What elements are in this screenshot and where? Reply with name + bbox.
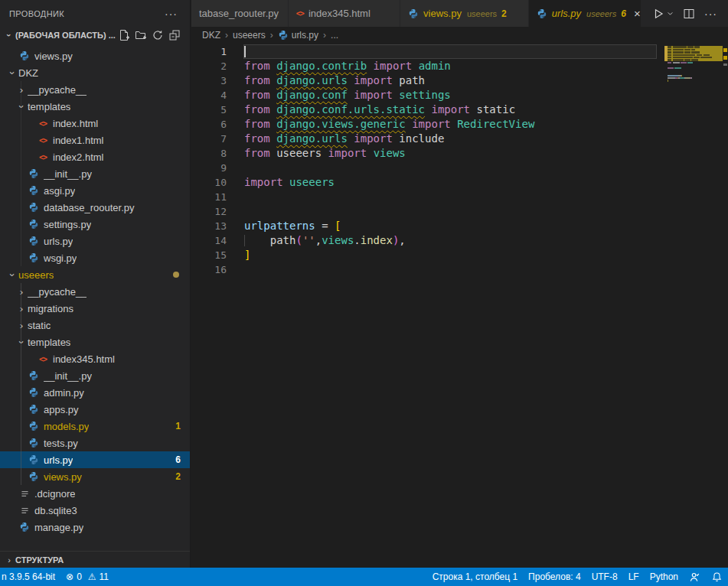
explorer-more-actions-icon[interactable]: ··· — [162, 8, 181, 20]
encoding-status[interactable]: UTF-8 — [586, 571, 623, 582]
tree-item--init-py[interactable]: ›__init__.py — [0, 367, 190, 384]
tree-item-dkz[interactable]: ›DKZ — [0, 64, 190, 81]
vscode-window: ПРОВОДНИК ··· › (РАБОЧАЯ ОБЛАСТЬ) ... ›v… — [0, 0, 728, 586]
code-line-8[interactable]: 8from useeers import views — [191, 146, 664, 161]
tree-item-index2-html[interactable]: ›<>index2.html — [0, 148, 190, 165]
tree-item--pycache-[interactable]: ›__pycache__ — [0, 283, 190, 300]
feedback-icon[interactable] — [684, 571, 706, 583]
tree-item-index1-html[interactable]: ›<>index1.html — [0, 132, 190, 148]
code-line-5[interactable]: 5from django.conf.urls.static import sta… — [191, 103, 664, 117]
code-line-12[interactable]: 12 — [191, 204, 664, 219]
new-folder-icon[interactable] — [135, 29, 147, 41]
overview-ruler[interactable] — [723, 44, 728, 568]
code-line-13[interactable]: 13urlpatterns = [ — [191, 219, 664, 233]
tab-label: urls.py — [552, 8, 581, 19]
split-editor-button[interactable] — [683, 8, 695, 20]
tree-item-admin-py[interactable]: ›admin.py — [0, 384, 190, 401]
tree-item-urls-py[interactable]: ›urls.py — [0, 233, 190, 249]
code-line-14[interactable]: 14 path('',views.index), — [191, 233, 664, 248]
tree-item-label: urls.py — [44, 236, 73, 247]
file-icon — [20, 489, 30, 499]
tree-item-templates[interactable]: ›templates — [0, 98, 190, 115]
tree-item-label: db.sqlite3 — [34, 505, 77, 516]
tree-item-models-py[interactable]: ›models.py1 — [0, 418, 190, 435]
code-line-10[interactable]: 10import useeers — [191, 175, 664, 190]
python-icon — [28, 471, 39, 482]
eol-status[interactable]: LF — [623, 571, 645, 582]
tree-item--dcignore[interactable]: ›.dcignore — [0, 485, 190, 502]
chevron-down-icon: › — [7, 67, 18, 79]
tree-item-tests-py[interactable]: ›tests.py — [0, 435, 190, 451]
tree-item-database-roouter-py[interactable]: ›database_roouter.py — [0, 199, 190, 216]
minimap[interactable] — [664, 44, 723, 568]
tree-item-asgi-py[interactable]: ›asgi.py — [0, 182, 190, 199]
tree-item-urls-py[interactable]: ›urls.py6 — [0, 451, 190, 468]
breadcrumb-item[interactable]: useeers — [233, 30, 266, 41]
python-icon — [28, 236, 39, 246]
tab-tabase-roouter-py[interactable]: tabase_roouter.py — [191, 0, 289, 27]
code-line-1[interactable]: 1 — [191, 44, 664, 59]
workspace-section-header[interactable]: › (РАБОЧАЯ ОБЛАСТЬ) ... — [0, 27, 190, 44]
breadcrumb-separator: › — [225, 30, 228, 41]
tab-problem-count: 6 — [621, 8, 626, 19]
tab-label: views.py — [423, 8, 462, 19]
tree-item-apps-py[interactable]: ›apps.py — [0, 401, 190, 418]
code-line-7[interactable]: 7from django.urls import include — [191, 132, 664, 146]
tree-item-db-sqlite3[interactable]: ›db.sqlite3 — [0, 502, 190, 519]
tab-description: useeers — [467, 9, 497, 18]
code-line-2[interactable]: 2from django.contrib import admin — [191, 59, 664, 73]
line-number: 8 — [191, 146, 227, 161]
notifications-bell-icon[interactable] — [706, 571, 728, 583]
editor-more-actions-icon[interactable]: ··· — [704, 8, 717, 20]
code-line-15[interactable]: 15] — [191, 248, 664, 262]
editor-group: tabase_roouter.py<>index345.htmlviews.py… — [191, 0, 728, 568]
run-python-file-button[interactable] — [652, 8, 674, 20]
problems-status[interactable]: ⊗ 0 ⚠ 11 — [60, 571, 114, 582]
tree-item-static[interactable]: ›static — [0, 317, 190, 334]
breadcrumb-item[interactable]: urls.py — [278, 30, 318, 41]
code-line-6[interactable]: 6from django.views.generic import Redire… — [191, 117, 664, 132]
tree-item-migrations[interactable]: ›migrations — [0, 300, 190, 317]
line-number: 11 — [191, 190, 227, 204]
tree-item-views-py[interactable]: ›views.py2 — [0, 468, 190, 485]
tree-item-label: wsgi.py — [44, 252, 77, 264]
close-icon[interactable]: × — [634, 8, 641, 19]
refresh-icon[interactable] — [152, 29, 164, 41]
code-line-3[interactable]: 3from django.urls import path — [191, 73, 664, 88]
code-editor[interactable]: 12from django.contrib import admin3from … — [191, 44, 728, 568]
line-number: 4 — [191, 88, 227, 103]
tree-item-label: views.py — [34, 50, 73, 62]
tree-item-label: asgi.py — [44, 185, 75, 197]
tree-item-views-py[interactable]: ›views.py — [0, 47, 190, 64]
language-mode-status[interactable]: Python — [645, 571, 684, 582]
new-file-icon[interactable] — [118, 29, 130, 41]
python-interpreter-status[interactable]: n 3.9.5 64-bit — [0, 571, 60, 582]
chevron-right-icon: › — [15, 286, 28, 298]
breadcrumb-item[interactable]: DKZ — [202, 30, 220, 41]
outline-section-header[interactable]: › СТРУКТУРА — [0, 551, 190, 568]
tree-item-wsgi-py[interactable]: ›wsgi.py — [0, 249, 190, 266]
code-line-4[interactable]: 4from django.conf import settings — [191, 88, 664, 103]
code-line-16[interactable]: 16 — [191, 262, 664, 277]
python-icon — [28, 252, 39, 263]
collapse-all-icon[interactable] — [168, 29, 181, 41]
chevron-down-icon: › — [7, 269, 18, 281]
tree-item-manage-py[interactable]: ›manage.py — [0, 519, 190, 536]
tree-item--pycache-[interactable]: ›__pycache__ — [0, 81, 190, 98]
tab-index345-html[interactable]: <>index345.html — [289, 0, 400, 27]
tree-item-index345-html[interactable]: ›<>index345.html — [0, 350, 190, 367]
tree-item-index-html[interactable]: ›<>index.html — [0, 115, 190, 132]
code-line-9[interactable]: 9 — [191, 161, 664, 175]
tree-item-templates[interactable]: ›templates — [0, 334, 190, 350]
tree-item--init-py[interactable]: ›__init__.py — [0, 165, 190, 182]
breadcrumb-item[interactable]: ... — [331, 30, 338, 41]
tab-views-py[interactable]: views.pyuseeers2 — [400, 0, 529, 27]
python-icon — [28, 421, 39, 431]
indentation-status[interactable]: Пробелов: 4 — [523, 571, 586, 582]
tree-item-settings-py[interactable]: ›settings.py — [0, 216, 190, 233]
tab-urls-py[interactable]: urls.pyuseeers6× — [529, 0, 641, 27]
code-line-11[interactable]: 11 — [191, 190, 664, 204]
tree-item-label: models.py — [44, 421, 89, 432]
cursor-position-status[interactable]: Строка 1, столбец 1 — [427, 571, 523, 582]
tree-item-useeers[interactable]: ›useeers — [0, 266, 190, 283]
